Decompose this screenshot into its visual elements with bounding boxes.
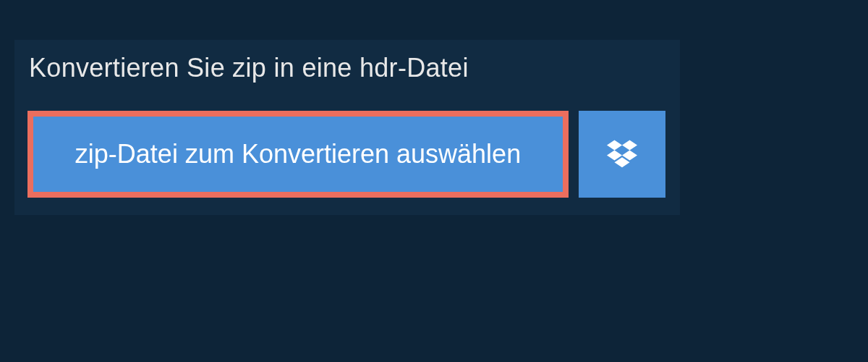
title-bar: Konvertieren Sie zip in eine hdr-Datei — [14, 40, 550, 98]
page-title: Konvertieren Sie zip in eine hdr-Datei — [29, 53, 535, 83]
converter-panel: Konvertieren Sie zip in eine hdr-Datei z… — [14, 40, 680, 215]
dropbox-button[interactable] — [579, 111, 665, 198]
dropbox-icon — [607, 138, 637, 171]
select-file-label: zip-Datei zum Konvertieren auswählen — [75, 139, 521, 169]
upload-button-row: zip-Datei zum Konvertieren auswählen — [14, 98, 680, 215]
select-file-button[interactable]: zip-Datei zum Konvertieren auswählen — [27, 111, 569, 198]
